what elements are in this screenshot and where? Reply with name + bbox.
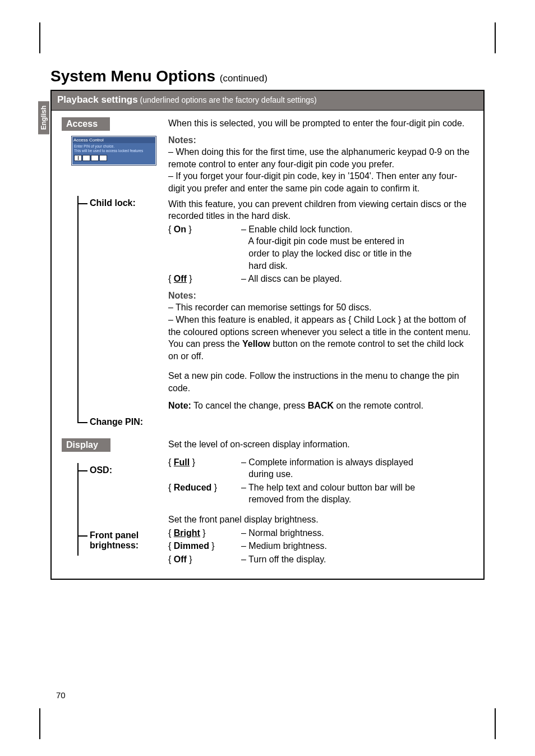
- fpb-bright-desc: – Normal brightness.: [241, 527, 473, 539]
- banner-subtitle: (underlined options are the factory defa…: [138, 95, 317, 104]
- fpb-off-key: { Off }: [168, 555, 192, 564]
- osd-reduced-key: { Reduced }: [168, 483, 217, 492]
- child-lock-off-key: { Off }: [168, 274, 192, 283]
- crop-marks-bottom: [0, 705, 535, 739]
- page-number: 70: [56, 690, 66, 700]
- pin-digit-3: [91, 155, 99, 161]
- child-lock-note-2: – When this feature is enabled, it appea…: [168, 314, 473, 362]
- access-dialog-text: Enter PIN of your choice. This will be u…: [74, 144, 154, 153]
- title-continued: (continued): [220, 73, 268, 84]
- child-lock-note-1: – This recorder can memorise settings fo…: [168, 301, 473, 314]
- title-main: System Menu Options: [50, 67, 215, 85]
- osd-full-key: { Full }: [168, 457, 195, 467]
- child-lock-on-key: { On }: [168, 224, 192, 234]
- access-notes-label: Notes:: [168, 134, 473, 146]
- access-intro: When this is selected, you will be promp…: [168, 117, 473, 130]
- change-pin-label: Change PIN:: [90, 417, 143, 427]
- access-note-2: – If you forget your four-digit pin code…: [168, 170, 473, 194]
- front-panel-label-2: brightness:: [90, 540, 139, 550]
- display-heading: Display: [62, 438, 110, 452]
- pin-input-row: [74, 155, 154, 161]
- osd-label: OSD:: [90, 465, 112, 475]
- pin-digit-2: [82, 155, 90, 161]
- change-pin-p2: Note: To cancel the change, press BACK o…: [168, 400, 473, 412]
- access-heading: Access: [62, 117, 110, 131]
- change-pin-p1: Set a new pin code. Follow the instructi…: [168, 370, 473, 394]
- pin-digit-1: [74, 155, 82, 161]
- child-lock-off-desc: – All discs can be played.: [241, 273, 473, 285]
- fpb-dimmed-key: { Dimmed }: [168, 541, 215, 551]
- display-intro: Set the level of on-screen display infor…: [168, 438, 473, 451]
- content-frame: Playback settings (underlined options ar…: [50, 90, 485, 580]
- osd-reduced-desc: – The help text and colour button bar wi…: [241, 482, 473, 506]
- access-dialog-title: Access Control: [72, 137, 155, 143]
- crop-marks-top: [0, 22, 535, 56]
- front-panel-label-1: Front panel: [90, 530, 139, 540]
- access-note-1: – When doing this for the first time, us…: [168, 146, 473, 170]
- child-lock-label: Child lock:: [90, 198, 136, 208]
- child-lock-on-desc: – Enable child lock function. A four-dig…: [241, 223, 473, 272]
- child-lock-intro: With this feature, you can prevent child…: [168, 198, 473, 222]
- banner-title: Playback settings: [57, 94, 138, 105]
- page-title: System Menu Options (continued): [50, 67, 485, 85]
- language-tab: English: [38, 101, 49, 134]
- child-lock-notes-label: Notes:: [168, 290, 473, 302]
- fpb-off-desc: – Turn off the display.: [241, 553, 473, 566]
- fpb-dimmed-desc: – Medium brightness.: [241, 540, 473, 552]
- fpb-bright-key: { Bright }: [168, 528, 206, 538]
- front-panel-intro: Set the front panel display brightness.: [168, 514, 473, 526]
- pin-digit-4: [99, 155, 107, 161]
- section-banner: Playback settings (underlined options ar…: [52, 91, 483, 111]
- access-control-dialog: Access Control Enter PIN of your choice.…: [72, 136, 156, 165]
- osd-full-desc: – Complete information is always display…: [241, 456, 473, 480]
